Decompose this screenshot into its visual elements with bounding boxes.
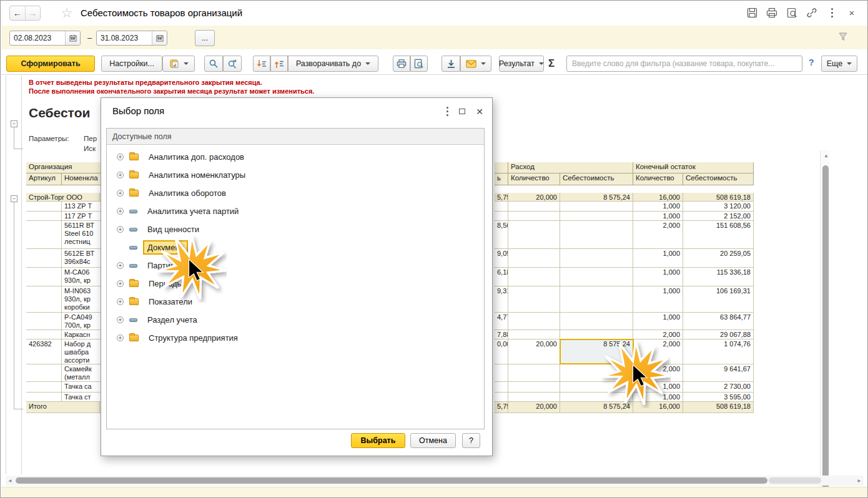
table-row[interactable]: 0,0020,0008 575,242,0001 074,76 — [495, 339, 754, 364]
table-row[interactable]: 1,0003 120,00 — [495, 202, 754, 212]
cell[interactable]: 1,000 — [633, 212, 683, 220]
cell[interactable] — [26, 202, 62, 211]
date-from-field[interactable] — [9, 31, 81, 46]
cell[interactable]: 8 575,24 — [560, 193, 633, 201]
cell[interactable]: 1,000 — [633, 202, 683, 211]
cell[interactable]: М-CA06930л, кр — [62, 268, 102, 286]
cell[interactable] — [508, 286, 560, 312]
expand-to-dropdown[interactable]: Разворачивать до — [288, 56, 378, 72]
cell[interactable]: 16,000 — [633, 402, 683, 413]
cell[interactable]: 426382 — [26, 339, 62, 364]
cell[interactable]: 20,000 — [508, 193, 560, 201]
save-icon[interactable] — [746, 7, 757, 18]
print-preview-button[interactable] — [410, 56, 428, 72]
cell[interactable]: Каркасн — [62, 330, 102, 339]
table-row[interactable]: Тачка са — [26, 382, 102, 393]
cell[interactable]: 117 ZP Т — [62, 212, 102, 220]
cell[interactable] — [508, 212, 560, 220]
cell[interactable] — [560, 313, 633, 330]
tree-item[interactable]: +Документ — [107, 238, 484, 256]
column-header[interactable]: Себестоимость — [560, 173, 633, 185]
cell[interactable]: 9,05 — [495, 249, 508, 267]
send-mail-button[interactable] — [460, 56, 491, 72]
expand-icon[interactable]: + — [117, 298, 124, 305]
table-row[interactable]: 113 ZP Т — [26, 202, 102, 212]
dialog-maximize-icon[interactable] — [459, 109, 465, 114]
preview-icon[interactable] — [786, 7, 797, 18]
cell[interactable] — [26, 393, 62, 401]
table-row[interactable]: Скамейк(металл — [26, 364, 102, 382]
favorite-star-icon[interactable]: ☆ — [59, 6, 74, 21]
filter-funnel-icon[interactable] — [838, 32, 848, 44]
cell[interactable]: 2,000 — [633, 330, 683, 339]
table-row[interactable]: 4,771,00063 864,77 — [495, 313, 754, 330]
table-row[interactable]: М-IN063930л, кркоробки — [26, 286, 102, 313]
cell[interactable] — [26, 212, 62, 220]
table-row[interactable]: Строй-Торг ООО — [26, 193, 102, 202]
dialog-more-icon[interactable] — [446, 107, 448, 116]
find-button[interactable] — [204, 56, 223, 72]
cell[interactable]: 5,75 — [495, 402, 508, 413]
column-header[interactable]: Артикул — [26, 173, 62, 185]
cell[interactable]: 1,000 — [633, 249, 683, 267]
date-from-input[interactable] — [10, 31, 65, 45]
dialog-close-icon[interactable]: ✕ — [476, 109, 483, 115]
cell[interactable]: 8,56 — [495, 221, 508, 248]
cell[interactable]: 2,000 — [633, 221, 683, 248]
table-row[interactable]: 5,7520,0008 575,2416,000508 619,18 — [495, 193, 754, 202]
column-header[interactable]: Количество — [508, 173, 560, 185]
cell[interactable] — [495, 382, 508, 392]
cell[interactable]: 0,00 — [495, 339, 508, 364]
cell[interactable] — [26, 364, 62, 381]
cell[interactable]: 3 595,00 — [683, 393, 754, 401]
tree-item[interactable]: +Раздел учета — [107, 311, 484, 329]
cell[interactable]: Тачка са — [62, 382, 102, 392]
cell[interactable]: 5611R ВТSteel 610лестниц — [62, 221, 102, 248]
tree-item[interactable]: +Партия — [107, 256, 484, 275]
table-row[interactable]: Тачка ст — [26, 393, 102, 402]
cell[interactable]: 7,88 — [495, 330, 508, 339]
cell[interactable]: 3 120,00 — [683, 202, 754, 211]
cell[interactable]: 113 ZP Т — [62, 202, 102, 211]
cell[interactable]: 8 575,24 — [560, 402, 633, 413]
cell[interactable] — [560, 364, 633, 381]
cell[interactable]: 9,31 — [495, 286, 508, 312]
link-icon[interactable] — [806, 7, 817, 18]
cell[interactable] — [508, 268, 560, 286]
forward-button[interactable]: → — [26, 6, 41, 20]
cell[interactable]: 508 619,18 — [683, 193, 754, 201]
cell[interactable]: 1,000 — [633, 313, 683, 330]
cell[interactable]: 9 641,67 — [683, 364, 754, 381]
collapse-groups-button[interactable] — [253, 56, 270, 72]
table-row[interactable]: 426382Набор дшвабраассорти — [26, 339, 102, 364]
tree-item[interactable]: +Аналитика доп. расходов — [107, 148, 484, 166]
tree-item[interactable]: +Аналитика учета партий — [107, 202, 484, 220]
column-header[interactable]: Конечный остаток — [633, 162, 754, 173]
cell[interactable] — [560, 202, 633, 211]
help-icon[interactable]: ? — [809, 57, 814, 67]
expand-icon[interactable]: + — [117, 334, 124, 341]
cell[interactable]: 16,000 — [633, 193, 683, 201]
cell[interactable] — [26, 382, 62, 392]
cell[interactable]: 2,000 — [633, 339, 683, 364]
select-button[interactable]: Выбрать — [351, 433, 405, 448]
cell[interactable] — [26, 286, 62, 312]
find-next-button[interactable] — [223, 56, 242, 72]
vertical-scrollbar[interactable]: ▲ ▼ — [820, 150, 830, 498]
cell[interactable] — [26, 313, 62, 330]
cell[interactable] — [508, 313, 560, 330]
table-row[interactable]: 5611R ВТSteel 610лестниц — [26, 221, 102, 249]
cell[interactable]: Строй-Торг ООО — [26, 193, 100, 201]
generate-button[interactable]: Сформировать — [6, 56, 95, 72]
result-dropdown[interactable]: Результат — [499, 56, 544, 72]
cell[interactable]: 1,000 — [633, 268, 683, 286]
table-row[interactable]: Каркасн — [26, 330, 102, 339]
table-row[interactable]: 117 ZP Т — [26, 212, 102, 221]
cell[interactable] — [508, 202, 560, 211]
column-header[interactable]: Номенкла — [62, 173, 102, 185]
save-result-button[interactable] — [441, 56, 460, 72]
expand-icon[interactable]: + — [117, 280, 124, 287]
table-row[interactable]: 2,0009 641,67 — [495, 364, 754, 382]
cell[interactable] — [26, 268, 62, 286]
horizontal-scrollbar-thumb[interactable] — [16, 477, 767, 484]
